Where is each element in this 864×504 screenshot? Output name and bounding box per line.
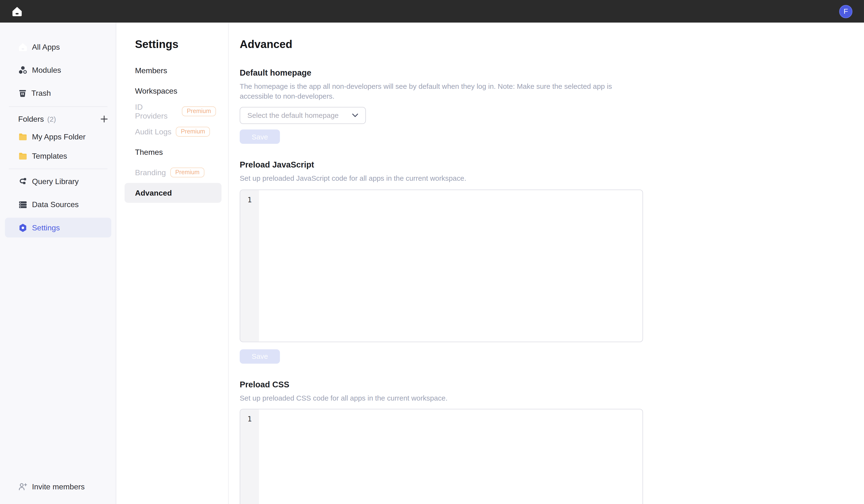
sidebar-item-label: Trash bbox=[32, 89, 51, 98]
invite-members-button[interactable]: Invite members bbox=[0, 475, 116, 498]
sidebar-divider bbox=[9, 169, 108, 169]
folders-count: (2) bbox=[47, 115, 56, 123]
settings-hexagon-icon bbox=[18, 223, 27, 232]
preload-css-editor[interactable]: 1 bbox=[240, 409, 643, 504]
home-icon bbox=[18, 42, 27, 51]
sidebar: All Apps Modules bbox=[0, 23, 116, 504]
invite-members-label: Invite members bbox=[32, 482, 85, 491]
nav-item-advanced[interactable]: Advanced bbox=[124, 183, 221, 203]
sidebar-item-query-library[interactable]: Query Library bbox=[0, 170, 116, 193]
add-folder-button[interactable] bbox=[100, 115, 108, 123]
folder-icon bbox=[18, 151, 27, 160]
section-title: Preload CSS bbox=[240, 379, 864, 389]
shell: All Apps Modules bbox=[0, 23, 864, 504]
chevron-down-icon bbox=[352, 113, 358, 117]
avatar-initial: F bbox=[843, 7, 848, 15]
topbar: F bbox=[0, 0, 864, 23]
settings-nav-title: Settings bbox=[135, 37, 228, 51]
nav-item-label: Advanced bbox=[135, 189, 172, 197]
sidebar-item-label: Query Library bbox=[32, 177, 79, 186]
settings-nav-list: Members Workspaces ID Providers Premium … bbox=[124, 61, 221, 203]
editor-code-area[interactable] bbox=[259, 409, 643, 504]
data-sources-icon bbox=[18, 200, 27, 209]
nav-item-label: Branding bbox=[135, 168, 166, 177]
premium-badge: Premium bbox=[176, 127, 210, 136]
select-placeholder: Select the default homepage bbox=[248, 111, 339, 120]
section-title: Default homepage bbox=[240, 67, 864, 78]
section-title: Preload JavaScript bbox=[240, 159, 864, 170]
nav-item-audit-logs[interactable]: Audit Logs Premium bbox=[124, 122, 221, 142]
home-button[interactable] bbox=[12, 6, 23, 17]
sidebar-item-label: Data Sources bbox=[32, 200, 79, 209]
folder-icon bbox=[18, 132, 27, 141]
app-window: F All Apps bbox=[0, 0, 864, 504]
section-preload-css: Preload CSS Set up preloaded CSS code fo… bbox=[240, 379, 864, 504]
sidebar-item-label: Templates bbox=[32, 152, 67, 160]
folders-label: Folders bbox=[18, 115, 44, 123]
save-javascript-button[interactable]: Save bbox=[240, 349, 280, 363]
sidebar-item-modules[interactable]: Modules bbox=[0, 58, 116, 81]
section-description: Set up preloaded JavaScript code for all… bbox=[240, 173, 623, 183]
nav-item-label: Workspaces bbox=[135, 86, 177, 95]
nav-item-id-providers[interactable]: ID Providers Premium bbox=[124, 101, 221, 121]
section-description: The homepage is the app all non-develope… bbox=[240, 82, 623, 101]
nav-item-themes[interactable]: Themes bbox=[124, 142, 221, 162]
settings-nav: Settings Members Workspaces ID Providers… bbox=[116, 23, 228, 504]
section-preload-javascript: Preload JavaScript Set up preloaded Java… bbox=[240, 159, 864, 363]
save-homepage-button[interactable]: Save bbox=[240, 130, 280, 144]
page-title: Advanced bbox=[240, 37, 864, 51]
sidebar-item-all-apps[interactable]: All Apps bbox=[0, 35, 116, 58]
sidebar-item-label: My Apps Folder bbox=[32, 132, 85, 141]
nav-item-workspaces[interactable]: Workspaces bbox=[124, 81, 221, 101]
main-content: Advanced Default homepage The homepage i… bbox=[229, 23, 864, 504]
premium-badge: Premium bbox=[170, 168, 204, 177]
plus-icon bbox=[100, 115, 108, 123]
sidebar-item-settings[interactable]: Settings bbox=[5, 218, 111, 238]
editor-code-area[interactable] bbox=[259, 190, 643, 341]
nav-item-label: ID Providers bbox=[135, 103, 177, 120]
nav-item-members[interactable]: Members bbox=[124, 61, 221, 81]
preload-javascript-editor[interactable]: 1 bbox=[240, 189, 643, 342]
sidebar-item-label: Modules bbox=[32, 65, 61, 74]
section-description: Set up preloaded CSS code for all apps i… bbox=[240, 393, 623, 403]
sidebar-item-label: All Apps bbox=[32, 43, 60, 51]
nav-item-branding[interactable]: Branding Premium bbox=[124, 163, 221, 182]
nav-item-label: Themes bbox=[135, 147, 163, 156]
folders-header: Folders (2) bbox=[18, 111, 108, 127]
sidebar-item-data-sources[interactable]: Data Sources bbox=[0, 193, 116, 216]
home-icon bbox=[12, 6, 23, 17]
section-default-homepage: Default homepage The homepage is the app… bbox=[240, 67, 864, 144]
sidebar-folder-templates[interactable]: Templates bbox=[0, 144, 116, 168]
sidebar-divider bbox=[9, 106, 108, 107]
sidebar-item-trash[interactable]: Trash bbox=[0, 82, 116, 105]
nav-item-label: Members bbox=[135, 66, 167, 75]
premium-badge: Premium bbox=[182, 106, 216, 116]
nav-item-label: Audit Logs bbox=[135, 127, 171, 136]
invite-user-icon bbox=[18, 482, 27, 491]
sidebar-item-label: Settings bbox=[32, 223, 60, 232]
avatar[interactable]: F bbox=[839, 5, 852, 18]
editor-gutter: 1 bbox=[240, 190, 259, 341]
line-number: 1 bbox=[248, 415, 252, 423]
query-library-icon bbox=[18, 177, 27, 186]
trash-icon bbox=[18, 89, 27, 98]
modules-icon bbox=[18, 65, 27, 75]
line-number: 1 bbox=[248, 195, 252, 204]
editor-gutter: 1 bbox=[240, 409, 259, 504]
default-homepage-select[interactable]: Select the default homepage bbox=[240, 107, 366, 124]
